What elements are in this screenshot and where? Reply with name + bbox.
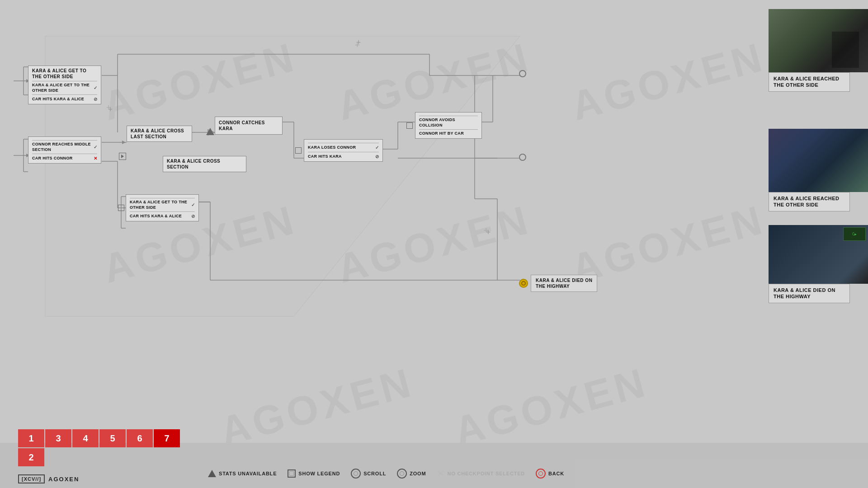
chapter-tabs-area: 1 3 4 5 6 7 2 xyxy=(18,429,180,466)
plus-marker-1: + xyxy=(355,41,360,50)
node-kara-cross-title: KARA & ALICE CROSS LAST SECTION xyxy=(131,128,188,140)
chapter-tab-5[interactable]: 5 xyxy=(99,429,126,447)
node-bottom-choice-option1: KARA & ALICE GET TO THE OTHER SIDE ✓ xyxy=(130,198,195,210)
node-bottom-choice[interactable]: KARA & ALICE GET TO THE OTHER SIDE ✓ CAR… xyxy=(126,194,199,221)
node-middle-option2: CAR HITS CONNOR ✕ xyxy=(32,154,97,161)
logo-box: [XCV//] xyxy=(18,474,45,483)
control-checkpoint: ✕ NO CHECKPOINT SELECTED xyxy=(437,468,525,479)
check-icon-4: ✓ xyxy=(191,202,195,208)
outcome-dot-mid xyxy=(519,154,526,161)
triangle-icon-ctrl xyxy=(208,470,216,477)
node-top-left-option2: CAR HITS KARA & ALICE ⊘ xyxy=(32,94,97,102)
node-connor-avoids-option1: CONNOR AVOIDS COLLISION xyxy=(419,116,478,128)
ban-icon-3: ⊘ xyxy=(191,213,195,219)
control-scroll: SCROLL xyxy=(351,469,386,479)
square-connector-icon-3 xyxy=(118,205,124,211)
circle-back-icon xyxy=(536,469,546,479)
square-connector-icon xyxy=(295,147,302,154)
ban-icon-2: ⊘ xyxy=(375,154,379,160)
logo-name: AGOXEN xyxy=(48,476,79,483)
control-legend-label: SHOW LEGEND xyxy=(298,471,340,476)
control-legend[interactable]: SHOW LEGEND xyxy=(288,469,340,478)
thumbnail-entry-bot: C▶ KARA & ALICE DIED ON THE HIGHWAY xyxy=(769,225,868,303)
bottom-bar: 1 3 4 5 6 7 2 STATS UNAVAILABLE SHOW LEG… xyxy=(0,443,868,488)
node-kara-cross-section[interactable]: KARA & ALICE CROSS SECTION xyxy=(163,156,246,172)
square-icon-ctrl xyxy=(288,469,296,478)
outcome-dot-yellow xyxy=(519,279,528,288)
control-zoom-label: ZOOM xyxy=(410,471,426,476)
thumb-terminal: C▶ xyxy=(843,227,866,241)
thumbnail-image-bot: C▶ xyxy=(769,225,868,284)
circle-zoom-icon xyxy=(397,469,407,479)
circle-scroll-icon xyxy=(351,469,361,479)
check-icon: ✓ xyxy=(94,85,97,91)
check-icon-3: ✓ xyxy=(375,145,379,150)
square-connector-icon-2 xyxy=(406,122,413,129)
node-kara-cross-section-title: KARA & ALICE CROSS SECTION xyxy=(167,158,242,170)
connector-icon-arrow xyxy=(119,153,126,160)
node-middle-option1: CONNOR REACHES MIDDLE SECTION ✓ xyxy=(32,140,97,152)
thumbnail-image-mid xyxy=(769,129,868,192)
node-connor-catches-title: CONNOR CATCHES KARA xyxy=(219,120,278,131)
outcome-label-dead: KARA & ALICE DIED ONTHE HIGHWAY xyxy=(531,275,597,292)
chapter-row-bot: 2 xyxy=(18,448,180,466)
control-scroll-label: SCROLL xyxy=(363,471,386,476)
control-checkpoint-label: NO CHECKPOINT SELECTED xyxy=(447,471,525,476)
logo-area: [XCV//] AGOXEN xyxy=(18,474,79,483)
chapter-tab-2[interactable]: 2 xyxy=(18,448,44,466)
outcome-dot-top xyxy=(519,70,526,77)
outcome-node-dead: KARA & ALICE DIED ONTHE HIGHWAY xyxy=(519,275,597,292)
chapter-tab-3[interactable]: 3 xyxy=(45,429,71,447)
control-stats: STATS UNAVAILABLE xyxy=(208,470,277,477)
plus-marker-2: + xyxy=(106,103,111,113)
watermark: AGOXEN AGOXEN AGOXEN AGOXEN AGOXEN AGOXE… xyxy=(0,0,868,488)
thumb-label-mid: KARA & ALICE REACHED THE OTHER SIDE xyxy=(769,192,850,211)
node-kara-cross-last[interactable]: KARA & ALICE CROSS LAST SECTION xyxy=(127,126,192,142)
node-connor-avoids[interactable]: CONNOR AVOIDS COLLISION CONNOR HIT BY CA… xyxy=(415,112,482,139)
control-zoom: ZOOM xyxy=(397,469,426,479)
node-kara-loses-option1: KARA LOSES CONNOR ✓ xyxy=(308,143,379,150)
ban-icon: ⊘ xyxy=(94,96,97,102)
node-connor-hit-option: CONNOR HIT BY CAR xyxy=(419,129,478,136)
chapter-tab-4[interactable]: 4 xyxy=(72,429,99,447)
chapter-row-top: 1 3 4 5 6 7 xyxy=(18,429,180,447)
thumb-label-top: KARA & ALICE REACHED THE OTHER SIDE xyxy=(769,72,850,92)
control-back[interactable]: BACK xyxy=(536,469,564,479)
thumbnail-image-top xyxy=(769,9,868,72)
control-stats-label: STATS UNAVAILABLE xyxy=(219,471,277,476)
node-top-left-title: KARA & ALICE GET TO THE OTHER SIDE xyxy=(32,68,97,80)
thumbnail-entry-mid: KARA & ALICE REACHED THE OTHER SIDE xyxy=(769,129,868,211)
node-connor-catches[interactable]: CONNOR CATCHES KARA xyxy=(215,117,283,135)
thumb-characters xyxy=(832,32,859,68)
x-mark-icon-ctrl: ✕ xyxy=(437,468,444,479)
check-icon-2: ✓ xyxy=(94,144,97,150)
chapter-tab-1[interactable]: 1 xyxy=(18,429,44,447)
node-top-left[interactable]: KARA & ALICE GET TO THE OTHER SIDE KARA … xyxy=(28,66,101,104)
node-kara-loses-option2: CAR HITS KARA ⊘ xyxy=(308,152,379,160)
node-kara-loses-connor[interactable]: KARA LOSES CONNOR ✓ CAR HITS KARA ⊘ xyxy=(304,139,383,162)
plus-marker-3: + xyxy=(484,226,489,235)
svg-marker-21 xyxy=(122,141,126,144)
triangle-icon xyxy=(206,128,214,135)
controls-row: STATS UNAVAILABLE SHOW LEGEND SCROLL ZOO… xyxy=(208,468,564,479)
svg-marker-0 xyxy=(45,36,520,316)
svg-marker-1 xyxy=(45,36,520,316)
chapter-tab-6[interactable]: 6 xyxy=(127,429,153,447)
thumb-label-bot: KARA & ALICE DIED ON THE HIGHWAY xyxy=(769,284,850,303)
thumbnail-entry-top: KARA & ALICE REACHED THE OTHER SIDE xyxy=(769,9,868,92)
node-top-left-option1: KARA & ALICE GET TO THE OTHER SIDE ✓ xyxy=(32,81,97,93)
x-icon: ✕ xyxy=(94,155,97,161)
node-middle-left[interactable]: CONNOR REACHES MIDDLE SECTION ✓ CAR HITS… xyxy=(28,136,101,164)
chapter-tab-7[interactable]: 7 xyxy=(154,429,180,447)
control-back-label: BACK xyxy=(548,471,564,476)
node-bottom-choice-option2: CAR HITS KARA & ALICE ⊘ xyxy=(130,211,195,219)
